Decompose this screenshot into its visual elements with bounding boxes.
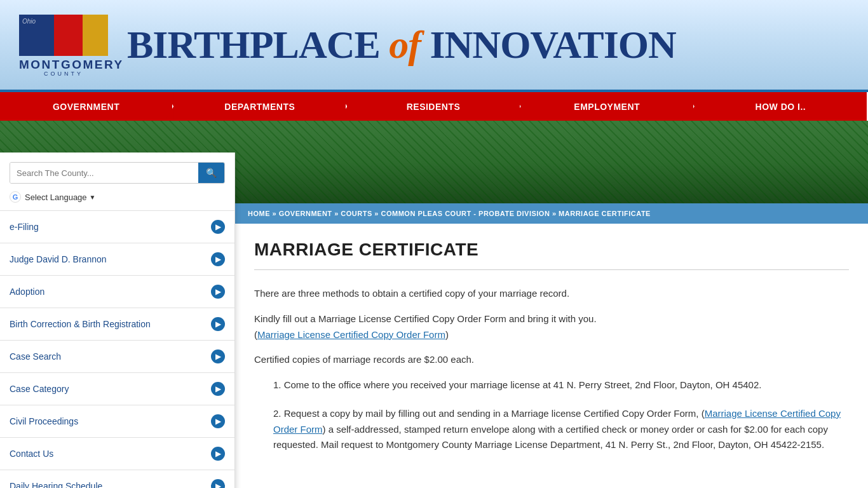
breadcrumb-current: MARRIAGE CERTIFICATE [559, 210, 651, 217]
logo-flag: Ohio [19, 15, 108, 56]
arrow-icon-adoption: ▶ [211, 285, 225, 299]
logo-panel-gold [83, 15, 108, 56]
search-input[interactable] [10, 163, 198, 183]
sidebar-item-hearing[interactable]: Daily Hearing Schedule ▶ [0, 470, 234, 488]
translate-label: Select Language [25, 193, 87, 202]
sidebar: 🔍 G Select Language ▼ e-Filing ▶ Judge D… [0, 152, 235, 488]
content-intro1: There are three methods to obtain a cert… [254, 286, 849, 302]
breadcrumb-sep2: » [334, 210, 341, 217]
breadcrumb-courts[interactable]: COURTS [341, 210, 372, 217]
sidebar-label-casesearch: Case Search [10, 351, 61, 362]
sidebar-label-judge: Judge David D. Brannon [10, 254, 107, 264]
translate-arrow-icon: ▼ [90, 194, 96, 201]
sidebar-label-birth: Birth Correction & Birth Registration [10, 319, 151, 329]
content-intro3: Certified copies of marriage records are… [254, 352, 849, 368]
logo-panel-red [54, 15, 83, 56]
arrow-icon-casecategory: ▶ [211, 382, 225, 396]
main-content: MARRIAGE CERTIFICATE There are three met… [235, 224, 868, 482]
arrow-icon-contact: ▶ [211, 447, 225, 461]
methods-list: 1. Come to the office where you received… [273, 377, 849, 453]
form-link-1[interactable]: Marriage License Certified Copy Order Fo… [257, 329, 445, 340]
breadcrumb-court-name[interactable]: COMMON PLEAS COURT - PROBATE DIVISION [381, 210, 550, 217]
site-title: BIRTHPLACE of INNOVATION [127, 22, 676, 67]
nav-residents[interactable]: RESIDENTS [347, 92, 520, 121]
method-2: 2. Request a copy by mail by filling out… [273, 406, 849, 453]
google-translate-widget[interactable]: G Select Language ▼ [10, 191, 225, 203]
logo-area: Ohio MONTGOMERY COUNTY [13, 15, 114, 75]
sidebar-label-adoption: Adoption [10, 287, 44, 297]
sidebar-item-casesearch[interactable]: Case Search ▶ [0, 341, 234, 373]
title-divider [254, 269, 849, 270]
language-select[interactable]: Select Language ▼ [25, 193, 96, 202]
main-layout: 🔍 G Select Language ▼ e-Filing ▶ Judge D… [0, 203, 868, 488]
breadcrumb-sep1: » [273, 210, 279, 217]
main-nav: GOVERNMENT DEPARTMENTS RESIDENTS EMPLOYM… [0, 92, 868, 121]
breadcrumb-government[interactable]: GOVERNMENT [279, 210, 332, 217]
nav-departments[interactable]: DEPARTMENTS [173, 92, 347, 121]
breadcrumb-sep4: » [552, 210, 559, 217]
nav-employment[interactable]: EMPLOYMENT [521, 92, 695, 121]
nav-government[interactable]: GOVERNMENT [0, 92, 173, 121]
sidebar-item-judge[interactable]: Judge David D. Brannon ▶ [0, 243, 234, 276]
county-logo: Ohio MONTGOMERY COUNTY [19, 15, 108, 75]
method-1: 1. Come to the office where you received… [273, 377, 849, 393]
google-icon: G [10, 191, 21, 203]
sidebar-label-hearing: Daily Hearing Schedule [10, 481, 102, 488]
arrow-icon-birth: ▶ [211, 317, 225, 331]
sidebar-item-civil[interactable]: Civil Proceedings ▶ [0, 405, 234, 438]
search-box[interactable]: 🔍 [10, 162, 225, 184]
sidebar-item-birth[interactable]: Birth Correction & Birth Registration ▶ [0, 308, 234, 341]
sidebar-label-civil: Civil Proceedings [10, 416, 78, 426]
arrow-icon-civil: ▶ [211, 414, 225, 428]
method2-prefix: 2. Request a copy by mail by filling out… [273, 408, 705, 419]
logo-county-name: MONTGOMERY [19, 58, 108, 71]
breadcrumb-sep3: » [374, 210, 381, 217]
arrow-icon-efiling: ▶ [211, 220, 225, 234]
sidebar-label-efiling: e-Filing [10, 222, 39, 232]
content-area: HOME » GOVERNMENT » COURTS » COMMON PLEA… [235, 203, 868, 488]
sidebar-item-casecategory[interactable]: Case Category ▶ [0, 373, 234, 405]
sidebar-item-adoption[interactable]: Adoption ▶ [0, 276, 234, 308]
content-intro2: Kindly fill out a Marriage License Certi… [254, 311, 849, 343]
arrow-icon-judge: ▶ [211, 252, 225, 266]
site-header: Ohio MONTGOMERY COUNTY BIRTHPLACE of INN… [0, 0, 868, 92]
intro2-text: Kindly fill out a Marriage License Certi… [254, 313, 597, 324]
method2-suffix: ) a self-addressed, stamped return envel… [273, 424, 828, 451]
method1-text: 1. Come to the office where you received… [273, 379, 761, 390]
breadcrumb: HOME » GOVERNMENT » COURTS » COMMON PLEA… [235, 203, 868, 224]
logo-county-sub: COUNTY [19, 71, 108, 77]
nav-howdoi[interactable]: HOW DO I.. [695, 92, 868, 121]
sidebar-label-casecategory: Case Category [10, 384, 69, 394]
arrow-icon-casesearch: ▶ [211, 349, 225, 363]
arrow-icon-hearing: ▶ [211, 479, 225, 488]
logo-panel-blue: Ohio [19, 15, 54, 56]
breadcrumb-home[interactable]: HOME [248, 210, 270, 217]
sidebar-label-contact: Contact Us [10, 449, 53, 459]
search-button[interactable]: 🔍 [198, 163, 224, 183]
sidebar-item-contact[interactable]: Contact Us ▶ [0, 438, 234, 470]
page-title: MARRIAGE CERTIFICATE [254, 240, 849, 260]
sidebar-item-efiling[interactable]: e-Filing ▶ [0, 211, 234, 243]
